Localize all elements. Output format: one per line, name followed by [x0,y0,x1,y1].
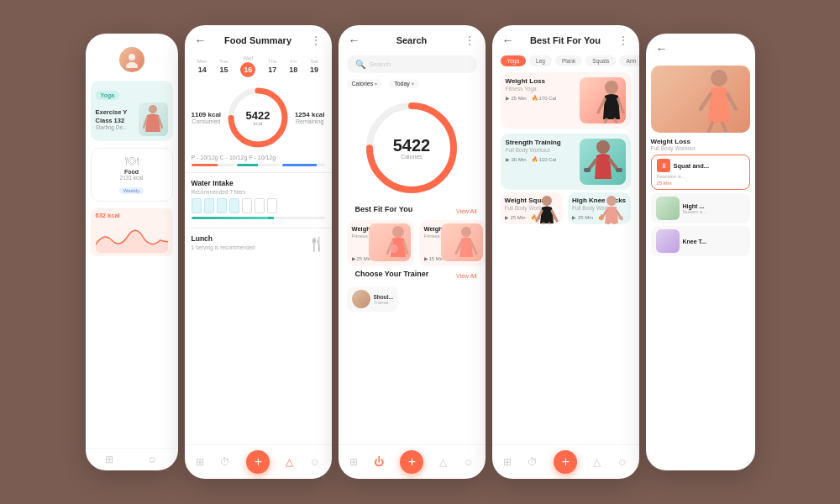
triangle-nav-icon[interactable]: △ [286,456,293,468]
view-all-best-fit[interactable]: View All [456,208,476,214]
clock-nav-icon[interactable]: ⏱ [220,456,230,468]
svg-point-9 [392,226,404,238]
person-nav-3[interactable]: ☺ [464,456,474,468]
pause-icon: ⏸ [657,159,670,172]
svg-point-2 [149,105,157,113]
food-summary-title: Food Summary [207,35,310,45]
bottom-nav-2: ⊞ ⏱ + △ ☺ [185,444,332,479]
back-button-bestfit[interactable]: ← [502,34,514,47]
trainer-list: Shoul... Trainer [339,283,486,315]
person-nav-icon[interactable]: ☺ [310,456,320,468]
person-nav-4[interactable]: ☺ [617,456,627,468]
home-nav-icon[interactable]: ⊞ [105,454,113,465]
fit-card-high-knee[interactable]: High Knee Jacks Full Body Workout ▶ 25 M… [568,192,631,224]
mini-1-title: Hight ... [683,203,707,209]
calories-filter[interactable]: Calories ▾ [347,79,383,88]
lunch-title: Lunch [192,234,255,243]
date-tue[interactable]: Tue 15 [219,59,228,74]
add-button-3[interactable]: + [400,450,423,474]
grid-nav-icon[interactable]: ⊞ [196,456,204,468]
strength-info: Strength Training Full Body Workout ▶ 30… [506,139,575,185]
grid-nav-4[interactable]: ⊞ [503,456,512,468]
svg-line-40 [722,123,726,131]
water-intake-sub: Recommended 7 liters [192,189,325,195]
big-calories-chart: 5422 Calories [361,97,462,198]
power-nav-3[interactable]: ⏻ [374,456,384,468]
workout-card-2[interactable]: Weight Lo... Fitness Yoga ▶ 15 Min 🔥 150… [419,220,486,266]
grid-nav-3[interactable]: ⊞ [349,456,358,468]
date-sat[interactable]: Sat 19 [310,59,318,74]
date-mon[interactable]: Mon 14 [197,59,207,74]
carb-bar [237,164,280,166]
fit-card-strength[interactable]: Strength Training Full Body Workout ▶ 30… [501,134,631,190]
svg-line-39 [709,123,712,131]
view-all-trainers[interactable]: View All [456,273,476,279]
fit-card-squats[interactable]: Weight Squats Full Body Workout ▶ 25 Min… [501,192,564,224]
svg-line-37 [701,94,711,109]
food-cal: 2131 kcal [97,175,167,181]
date-fri[interactable]: Fri 18 [289,59,297,74]
bottom-nav-3: ⊞ ⏻ + △ ☺ [339,444,486,479]
food-label: Food [97,169,167,175]
fit-card-weight-loss[interactable]: Weight Loss Fitness Yoga ▶ 25 Min 🔥 170 … [501,72,631,129]
svg-line-34 [606,223,608,224]
search-bar[interactable]: 🔍 Search [347,55,477,73]
back-button-detail[interactable]: ← [656,42,668,55]
search-title: Search [360,35,464,45]
best-fit-title: Best Fit For You [514,35,617,45]
yoga-class-card: Yoga Exercise Y Class 132 Starting De... [91,81,173,141]
svg-line-29 [541,223,543,224]
weight-loss-sub: Fitness Yoga [506,86,575,92]
detail-title: Weight Loss [651,138,750,145]
water-intake-section: Water Intake Recommended 7 liters [185,176,332,225]
svg-point-36 [711,70,727,87]
trainer-card-1[interactable]: Shoul... Trainer [347,286,398,312]
profile-nav-icon[interactable]: ☺ [147,454,157,465]
triangle-nav-3[interactable]: △ [439,456,447,468]
date-wed-active[interactable]: Wed 16 [240,55,255,77]
back-button[interactable]: ← [195,34,207,47]
more-options-icon[interactable]: ⋮ [310,34,322,47]
donut-area: 1109 kcal Consumed 5422 kcal 1254 kcal R… [185,81,332,155]
svg-line-19 [605,119,606,123]
back-button-search[interactable]: ← [349,34,360,47]
tag-squats[interactable]: Squats [585,55,616,66]
svg-rect-24 [584,168,591,172]
workout-cards: Weight Loss Fitness Yoga ▶ 25 Min 🔥 120 … [339,220,486,266]
kcal-box: 632 kcal [91,208,173,256]
remaining-info: 1254 kcal Remaining [295,111,325,124]
lunch-sub: 1 serving is recommended [192,244,255,250]
svg-point-13 [461,227,471,237]
tag-leg[interactable]: Leg [529,55,552,66]
currently-playing-card[interactable]: ⏸ Squat and... Pearston tr... 25 Min [651,155,750,190]
lunch-section: Lunch 1 serving is recommended 🍴 [185,231,332,257]
date-thu[interactable]: Thu 17 [268,59,276,74]
search-icon: 🔍 [355,60,365,69]
high-knee-image [591,194,629,224]
svg-point-21 [596,140,610,154]
best-fit-header: ← Best Fit For You ⋮ [492,25,639,52]
screen-best-fit: ← Best Fit For You ⋮ Yoga Leg Plank Squa… [492,25,639,479]
glass-6 [255,198,265,213]
water-intake-title: Water Intake [192,179,325,187]
tag-arm[interactable]: Arm [619,55,638,66]
more-options-icon-search[interactable]: ⋮ [464,34,475,47]
weight-loss-meta: ▶ 25 Min 🔥 170 Cal [506,95,575,101]
triangle-nav-4[interactable]: △ [593,456,601,468]
more-options-icon-bestfit[interactable]: ⋮ [617,34,629,47]
clock-nav-4[interactable]: ⏱ [528,456,538,468]
tag-yoga[interactable]: Yoga [501,55,527,66]
mini-1-sub: Nullam a... [683,209,707,214]
svg-point-16 [605,81,618,94]
mini-exercise-2[interactable]: Knee T... [651,226,750,256]
add-button-4[interactable]: + [554,450,577,474]
svg-point-12 [390,244,398,253]
add-button[interactable]: + [246,450,270,474]
trainer-1-avatar [352,290,370,308]
today-filter[interactable]: Today ▾ [389,79,419,88]
weight-loss-image [580,77,626,123]
total-kcal-value: 5422 [246,110,270,121]
mini-exercise-1[interactable]: Hight ... Nullam a... [651,193,750,223]
tag-plank[interactable]: Plank [555,55,582,66]
workout-card-1[interactable]: Weight Loss Fitness Yoga ▶ 25 Min 🔥 120 … [347,220,414,266]
